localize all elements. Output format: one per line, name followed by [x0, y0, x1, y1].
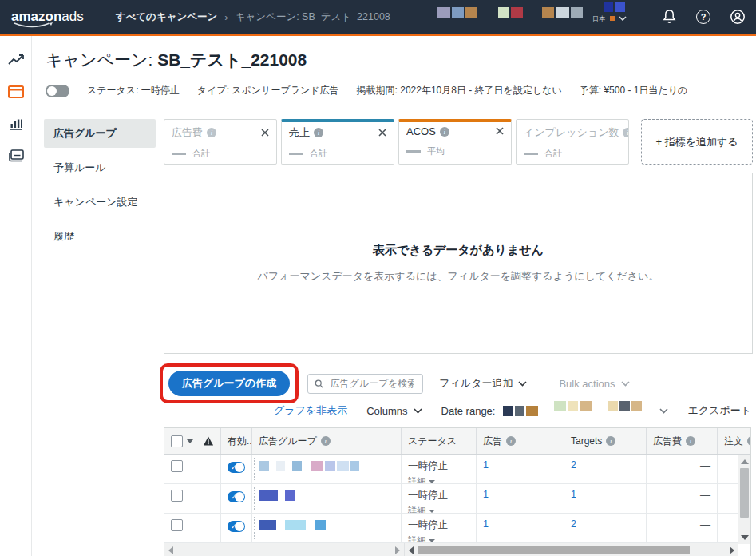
redacted-ad-group-name[interactable] [259, 459, 361, 471]
targets-count-link[interactable]: 2 [571, 459, 576, 471]
redacted-account-block-4 [604, 2, 627, 12]
metric-card-impressions[interactable]: インプレッション数 合計 [516, 119, 629, 165]
info-icon [506, 436, 516, 446]
header-ad-group[interactable]: 広告グループ [259, 435, 317, 448]
chevron-down-icon [621, 381, 630, 387]
notifications-bell-icon[interactable] [661, 9, 677, 25]
close-icon[interactable] [261, 127, 269, 139]
table-toolbar: 広告グループの作成 フィルター追加 Bulk actions [164, 367, 756, 400]
legend-dash [289, 153, 303, 155]
amazonads-logo[interactable]: amazonads [11, 9, 84, 25]
scroll-pane-scrollbar[interactable] [405, 543, 738, 556]
sidebar-item-history[interactable]: 履歴 [44, 222, 156, 251]
ads-count-link[interactable]: 1 [483, 459, 489, 471]
breadcrumb: すべてのキャンペーン › キャンペーン: SB_テスト_221008 [116, 10, 390, 24]
drag-handle[interactable] [254, 458, 255, 480]
redacted-ad-group-name[interactable] [259, 489, 297, 501]
trends-icon[interactable] [6, 50, 26, 70]
locale-switcher[interactable]: 日本 [592, 11, 627, 23]
sidebar-item-campaign-settings[interactable]: キャンペーン設定 [44, 188, 156, 216]
row-checkbox[interactable] [171, 490, 183, 502]
search-input[interactable] [328, 377, 416, 390]
status-details-dropdown[interactable]: 詳細 [408, 534, 435, 542]
scroll-down-icon[interactable] [741, 535, 749, 540]
metric-card-spend[interactable]: 広告費 合計 [164, 119, 277, 165]
frozen-pane-scrollbar[interactable] [164, 543, 405, 556]
header-status[interactable]: ステータス [402, 428, 477, 454]
metric-label: ACOS [406, 125, 436, 137]
campaign-enabled-toggle[interactable] [46, 85, 69, 97]
header-targets[interactable]: Targets [571, 435, 602, 447]
reports-icon[interactable] [6, 114, 26, 133]
account-icon[interactable] [730, 9, 746, 25]
redacted-date-block-1 [503, 406, 540, 416]
info-icon [314, 128, 323, 137]
breadcrumb-separator: › [224, 11, 228, 23]
ad-group-enabled-toggle[interactable] [228, 491, 245, 502]
date-range-picker[interactable]: Date range: [441, 405, 669, 417]
export-button[interactable]: エクスポート [687, 403, 751, 418]
legend-dash [172, 153, 186, 155]
redacted-ad-group-name[interactable] [259, 518, 327, 530]
drag-handle[interactable] [254, 517, 255, 539]
creative-assets-icon[interactable] [6, 146, 26, 165]
select-menu-caret-icon[interactable] [187, 439, 193, 443]
select-all-checkbox[interactable] [171, 435, 183, 447]
add-metric-button[interactable]: + 指標を追加する [641, 119, 753, 165]
header-ads[interactable]: 広告 [483, 435, 502, 448]
redacted-account-block-1 [437, 7, 479, 18]
targets-count-link[interactable]: 1 [571, 489, 576, 500]
spend-value: — [700, 489, 710, 501]
breadcrumb-all-campaigns[interactable]: すべてのキャンペーン [116, 10, 218, 24]
ad-group-enabled-toggle[interactable] [228, 462, 245, 473]
campaign-status-row: ステータス: 一時停止 タイプ: スポンサーブランド広告 掲載期間: 2022年… [46, 84, 756, 97]
horizontal-scrollbar [164, 543, 750, 556]
horizontal-scrollbar-thumb[interactable] [418, 546, 690, 554]
redacted-date-block-3 [608, 401, 643, 411]
legend-dash [524, 153, 538, 155]
ads-count-link[interactable]: 1 [483, 518, 489, 530]
header-spend[interactable]: 広告費 [653, 435, 682, 448]
add-filter-label: フィルター追加 [439, 376, 513, 391]
scroll-up-icon[interactable] [741, 459, 749, 464]
sidebar-item-budget-rules[interactable]: 予算ルール [44, 153, 156, 182]
sidebar-item-ad-groups[interactable]: 広告グループ [44, 119, 156, 148]
ad-group-search [307, 374, 423, 394]
metric-label: 売上 [289, 125, 310, 140]
vertical-scrollbar-thumb[interactable] [740, 468, 749, 518]
scroll-right-icon[interactable] [730, 546, 734, 554]
metric-label: 広告費 [172, 125, 203, 140]
metric-card-acos[interactable]: ACOS 平均 [398, 119, 512, 165]
row-checkbox[interactable] [171, 519, 183, 531]
status-details-dropdown[interactable]: 詳細 [408, 505, 435, 513]
info-icon [207, 128, 216, 137]
help-icon[interactable] [695, 9, 711, 25]
ads-count-link[interactable]: 1 [483, 489, 489, 500]
logo-ads: ads [61, 9, 83, 24]
status-details-dropdown[interactable]: 詳細 [408, 475, 435, 483]
scroll-right-icon[interactable] [395, 546, 400, 554]
scroll-left-icon[interactable] [409, 546, 414, 554]
bulk-actions-dropdown[interactable]: Bulk actions [559, 378, 629, 390]
drag-handle[interactable] [254, 487, 255, 510]
row-checkbox[interactable] [171, 460, 183, 472]
scroll-left-icon[interactable] [168, 546, 173, 554]
header-effective[interactable]: 有効... [221, 428, 252, 454]
create-ad-group-button[interactable]: 広告グループの作成 [168, 371, 290, 396]
hide-chart-link[interactable]: グラフを非表示 [274, 403, 347, 418]
vertical-scrollbar[interactable] [738, 455, 750, 544]
close-icon[interactable] [378, 127, 386, 139]
close-icon[interactable] [496, 125, 504, 137]
add-filter-dropdown[interactable]: フィルター追加 [439, 376, 527, 391]
header-orders[interactable]: 注文 [724, 435, 743, 448]
columns-dropdown[interactable]: Columns [366, 405, 422, 417]
legend-label: 平均 [427, 145, 445, 157]
targets-count-link[interactable]: 2 [571, 518, 576, 530]
metric-card-sales[interactable]: 売上 合計 [281, 119, 394, 165]
table-toolbar-secondary: グラフを非表示 Columns Date range: エクスポート [164, 403, 756, 418]
campaign-manager-icon[interactable] [6, 82, 26, 101]
ad-group-enabled-toggle[interactable] [228, 521, 245, 532]
info-icon [686, 436, 695, 446]
info-icon [606, 436, 615, 446]
spend-value: — [700, 518, 710, 530]
